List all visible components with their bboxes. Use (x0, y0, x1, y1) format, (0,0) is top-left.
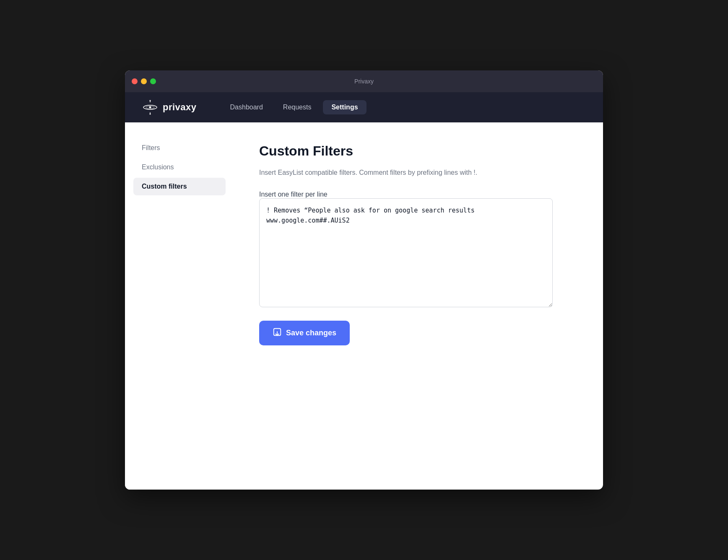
save-icon (273, 327, 282, 339)
page-title: Custom Filters (259, 143, 578, 159)
sidebar-item-exclusions[interactable]: Exclusions (133, 158, 226, 176)
minimize-button[interactable] (141, 78, 147, 84)
page-description: Insert EasyList compatible filters. Comm… (259, 167, 544, 178)
app-window: Privaxy privaxy Dashboard Requests Setti… (125, 70, 603, 490)
sidebar-item-filters[interactable]: Filters (133, 139, 226, 157)
main-content: Filters Exclusions Custom filters Custom… (125, 122, 603, 490)
nav-item-settings[interactable]: Settings (323, 100, 366, 114)
save-button[interactable]: Save changes (259, 321, 350, 345)
titlebar: Privaxy (125, 70, 603, 92)
filter-textarea[interactable] (259, 198, 553, 307)
filter-field-label: Insert one filter per line (259, 191, 328, 198)
nav-items: Dashboard Requests Settings (222, 100, 367, 114)
logo: privaxy (142, 99, 197, 116)
titlebar-buttons (132, 78, 156, 84)
close-button[interactable] (132, 78, 138, 84)
sidebar-item-custom-filters[interactable]: Custom filters (133, 178, 226, 195)
svg-point-2 (149, 106, 151, 109)
navbar: privaxy Dashboard Requests Settings (125, 92, 603, 122)
nav-item-dashboard[interactable]: Dashboard (222, 100, 271, 114)
save-button-label: Save changes (286, 329, 336, 337)
titlebar-title: Privaxy (354, 78, 374, 85)
content-area: Custom Filters Insert EasyList compatibl… (234, 122, 603, 490)
sidebar: Filters Exclusions Custom filters (125, 122, 234, 490)
svg-point-6 (150, 114, 151, 115)
svg-point-5 (150, 100, 151, 101)
nav-item-requests[interactable]: Requests (275, 100, 320, 114)
logo-text: privaxy (163, 102, 197, 113)
maximize-button[interactable] (150, 78, 156, 84)
logo-icon (142, 99, 159, 116)
